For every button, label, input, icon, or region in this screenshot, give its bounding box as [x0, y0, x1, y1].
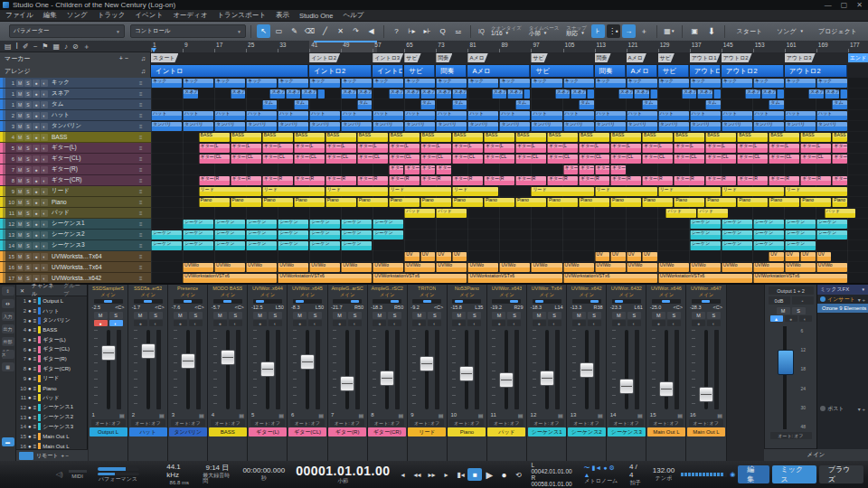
clip[interactable]: ハット	[531, 111, 561, 121]
strip-automation-mode[interactable]: オート: オフ	[689, 419, 723, 427]
track-tool-icon-0[interactable]: ▤	[5, 42, 12, 51]
clip[interactable]: シーケン	[309, 220, 340, 230]
strip-output[interactable]: メイン	[539, 292, 554, 298]
clip[interactable]: シーケン	[246, 230, 277, 240]
arranger-section[interactable]: イントロ2	[309, 65, 372, 77]
channel-list-row[interactable]: 12●≡シーケンス1	[16, 403, 87, 413]
strip-monitor-button[interactable]: ◐	[588, 320, 601, 326]
pan-slider[interactable]	[373, 299, 401, 304]
strip-fader[interactable]	[330, 328, 364, 411]
track-solo-button[interactable]: S	[24, 145, 32, 152]
edit-view-button[interactable]: 編集	[738, 465, 769, 483]
clip[interactable]: ハット	[341, 111, 372, 121]
channel-list-row[interactable]: 11●≡パッド	[16, 393, 87, 403]
track-lane[interactable]: ギター(Lギター(Lギター(Lギター(Lギター(Lギター(Lギター(Lギター(L…	[151, 143, 868, 154]
stop-button[interactable]: ■	[467, 468, 482, 481]
clip[interactable]: タム	[579, 100, 594, 110]
rail-button-3[interactable]: 出力	[2, 324, 14, 333]
strip-automation-mode[interactable]: オート: オフ	[649, 419, 684, 427]
menu-オーディオ[interactable]: オーディオ	[173, 11, 207, 20]
strip-monitor-button[interactable]: ◐	[507, 320, 521, 326]
clip[interactable]: スネア	[492, 89, 507, 99]
strip-fader[interactable]	[171, 328, 205, 411]
iq-button[interactable]: IQ	[478, 28, 485, 34]
clip[interactable]: ギター(CL	[832, 155, 847, 164]
clip[interactable]: タンバリ	[373, 122, 403, 132]
master-0db-button[interactable]: 0dB	[769, 296, 790, 305]
clip[interactable]: ギター(R	[547, 176, 578, 186]
track-monitor-icon[interactable]: ◐	[41, 210, 48, 217]
marker-flag[interactable]: サビ	[658, 53, 675, 62]
clip[interactable]: スネア	[269, 89, 285, 99]
forward-button[interactable]: ▸▸	[424, 468, 439, 481]
strip-solo-button[interactable]: S	[189, 312, 203, 319]
channel-strip[interactable]: Presenceメイン-7.6<C>MS●◐3▤オート: オフタンバリン	[168, 285, 208, 461]
channel-list-row[interactable]: 4●≡BASS	[16, 325, 87, 335]
strip-automation-mode[interactable]: オート: オフ	[570, 419, 604, 427]
track-solo-button[interactable]: S	[24, 199, 32, 206]
strip-fader[interactable]	[370, 328, 404, 411]
insert-plugin-ozone[interactable]: Ozone 9 Elements	[817, 304, 868, 313]
channel-list-row[interactable]: 10●≡Piano	[16, 383, 87, 393]
clip[interactable]: UV	[436, 252, 451, 262]
clip[interactable]: タンバリ	[151, 122, 182, 132]
strip-fader[interactable]	[570, 328, 604, 411]
clip[interactable]: ギター(R	[357, 176, 388, 186]
track-monitor-icon[interactable]: ◐	[41, 123, 48, 130]
clip[interactable]: UV	[816, 252, 832, 262]
track-monitor-icon[interactable]: ◐	[41, 275, 48, 282]
strip-label[interactable]: ギター(CL)	[288, 427, 326, 436]
start-page-button[interactable]: スタート	[730, 24, 770, 38]
clip[interactable]: リード	[199, 187, 261, 197]
clip[interactable]: シーケン	[373, 220, 403, 230]
clip[interactable]	[713, 89, 721, 99]
clip[interactable]: リード	[326, 187, 388, 197]
clip[interactable]: リード	[785, 187, 847, 197]
clip[interactable]: キック	[436, 79, 467, 89]
clip[interactable]: Piano	[705, 198, 736, 208]
track-monitor-icon[interactable]: ◐	[41, 188, 48, 195]
strip-mute-button[interactable]: M	[572, 312, 586, 319]
strip-fader[interactable]	[609, 328, 644, 411]
menu-Studio One[interactable]: Studio One	[299, 12, 334, 20]
track-solo-button[interactable]: S	[24, 155, 32, 163]
clip[interactable]: パッド	[697, 209, 728, 219]
track-solo-button[interactable]: S	[24, 134, 32, 141]
clip[interactable]: UVIWorkstationVSTx6	[753, 274, 847, 284]
marker-flag[interactable]: スタート	[151, 53, 178, 62]
track-solo-button[interactable]: S	[24, 112, 32, 119]
clip[interactable]: UVIWo	[595, 263, 626, 273]
clip[interactable]: ギター(R	[610, 176, 641, 186]
clip[interactable]: ギター(L	[484, 144, 514, 154]
track-tool-icon-5[interactable]: ▦	[52, 42, 60, 51]
clip[interactable]: Piano	[484, 198, 514, 208]
clip[interactable]: BASS	[357, 133, 388, 143]
track-solo-button[interactable]: S	[24, 177, 32, 184]
clip[interactable]: Piano	[294, 198, 325, 208]
track-record-icon[interactable]: ●	[33, 221, 40, 228]
track-solo-button[interactable]: S	[24, 275, 32, 282]
track-monitor-icon[interactable]: ◐	[41, 112, 48, 119]
track-record-icon[interactable]: ●	[33, 80, 40, 87]
loop-follow-icon[interactable]: Q	[436, 24, 449, 38]
track-monitor-icon[interactable]: ◐	[41, 155, 48, 163]
strip-fader[interactable]	[530, 328, 564, 411]
clip[interactable]: パッド	[825, 209, 855, 219]
clip[interactable]: ギター(CL	[610, 155, 641, 164]
channel-strip[interactable]: TRITONメイン-9.2<C>MS●◐9▤オート: オフリード	[408, 285, 448, 461]
clip[interactable]: キック	[373, 79, 403, 89]
channel-list-row[interactable]: 13●≡シーケンス2	[16, 412, 87, 422]
track-lane[interactable]: シーケンシーケンシーケンシーケンシーケンシーケンシーケンシーケンシーケンシーケン…	[151, 230, 868, 240]
clip[interactable]: スネア	[808, 89, 824, 99]
pan-slider[interactable]	[293, 299, 322, 304]
strip-monitor-button[interactable]: ◐	[388, 320, 401, 326]
funnel-icon[interactable]: ⚍	[451, 24, 465, 38]
browse-view-button[interactable]: ブラウズ	[819, 465, 863, 483]
clip[interactable]: BASS	[610, 133, 641, 143]
clip[interactable]: スネア	[341, 89, 356, 99]
track-tool-icon-2[interactable]: ✐	[23, 42, 29, 51]
clip[interactable]: ギター(CL	[515, 155, 546, 164]
clip[interactable]: ギター(R	[199, 176, 230, 186]
track-solo-button[interactable]: S	[24, 90, 32, 98]
clip[interactable]: Piano	[262, 198, 293, 208]
